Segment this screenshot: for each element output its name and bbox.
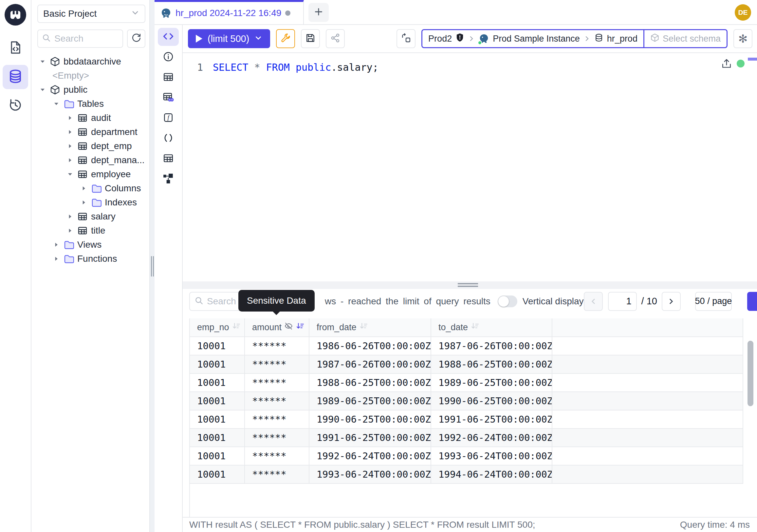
sidebar-search[interactable] [37,29,123,48]
functions-panel-button[interactable]: f [158,109,179,127]
sql-code-line[interactable]: SELECT * FROM public.salary; [213,62,378,73]
tree-item-indexes[interactable]: Indexes [37,195,145,209]
page-size-select[interactable]: 50 / page [695,292,732,311]
rail-history-button[interactable] [3,94,28,118]
table-row: 10001******1986-06-26T00:00:00Z1987-06-2… [190,337,743,356]
upload-sql-icon[interactable] [721,58,732,71]
svg-text:f: f [167,114,170,121]
sort-icon[interactable] [296,322,305,333]
panel-resize-handle[interactable] [458,283,478,288]
next-page-button[interactable] [662,292,681,311]
tree-item-empty[interactable]: <Empty> [37,69,145,82]
caret-right-icon[interactable] [66,142,74,150]
tab-hr-prod[interactable]: hr_prod 2024-11-22 16:49 [155,0,304,24]
tree-item-public[interactable]: public [37,82,145,97]
tree-item-bbdataarchive[interactable]: bbdataarchive [37,54,145,69]
folder-icon [63,98,74,110]
tree-item-functions[interactable]: Functions [37,252,145,266]
tree-item-tables[interactable]: Tables [37,97,145,111]
caret-right-icon[interactable] [66,213,74,220]
results-panel: Sensitive Data ws - reached the limit of… [183,289,757,517]
caret-right-icon[interactable] [80,185,88,192]
caret-right-icon[interactable] [66,114,74,121]
format-sql-button[interactable] [276,29,295,48]
tree-item-employee[interactable]: employee [37,167,145,181]
caret-down-icon[interactable] [66,171,74,178]
export-button[interactable] [747,292,757,311]
save-icon [305,33,316,45]
caret-right-icon[interactable] [52,255,60,263]
sql-editor[interactable]: 1 SELECT * FROM public.salary; [183,53,757,281]
tree-item-salary[interactable]: salary [37,209,145,223]
results-scrollbar[interactable] [747,341,753,406]
prev-page-button[interactable] [584,292,603,311]
rail-database-button[interactable] [3,65,28,89]
select-schema-button[interactable]: Select schema [643,30,727,47]
masked-data-panel-button[interactable] [158,89,179,107]
column-header-amount[interactable]: amount [245,318,309,337]
connection-breadcrumb[interactable]: Prod2 [421,29,728,48]
folder-icon [63,239,74,250]
sort-icon[interactable] [359,322,368,333]
new-tab-button[interactable] [308,3,329,22]
cell-emp_no: 10001 [190,374,245,392]
table-row: 10001******1993-06-24T00:00:00Z1994-06-2… [190,465,743,484]
sort-icon[interactable] [470,322,479,333]
rail-worksheet-button[interactable] [3,36,28,60]
sidebar-resize-handle[interactable] [151,256,154,276]
save-sheet-button[interactable] [301,29,320,48]
caret-down-icon[interactable] [39,86,46,93]
sql-editor-app: Basic Project bbdataarchive<Empty>publi [0,0,757,532]
tree-item-dept-mana[interactable]: dept_mana... [37,153,145,167]
results-splitter[interactable] [183,281,757,289]
caret-right-icon[interactable] [80,199,88,206]
cell-empty [552,356,743,374]
results-header-row: emp_noamountfrom_dateto_date [190,318,743,337]
editor-view-button[interactable] [158,28,179,46]
caret-right-icon[interactable] [52,241,60,248]
tree-item-label: public [64,84,87,95]
caret-down-icon[interactable] [39,58,46,65]
vertical-display-toggle[interactable] [498,296,517,307]
column-label: emp_no [197,322,229,332]
sort-icon[interactable] [232,322,241,333]
share-icon [330,33,341,45]
tree-item-audit[interactable]: audit [37,111,145,125]
tree-item-dept-emp[interactable]: dept_emp [37,139,145,153]
caret-right-icon[interactable] [66,157,74,164]
share-sheet-button[interactable] [326,29,345,48]
sql-token [290,62,296,73]
caret-right-icon[interactable] [66,227,74,234]
column-header-to_date[interactable]: to_date [431,318,552,337]
refresh-schema-button[interactable] [127,29,145,48]
views-panel-button[interactable] [158,150,179,168]
folder-icon [63,253,74,265]
tables-panel-button[interactable] [158,69,179,86]
schema-diagram-button[interactable] [158,170,179,188]
project-selector[interactable]: Basic Project [37,5,145,23]
connection-path[interactable]: Prod2 [422,30,643,47]
tree-item-columns[interactable]: Columns [37,181,145,195]
schema-diagram-icon [163,173,174,185]
column-header-from_date[interactable]: from_date [309,318,431,337]
run-options-chevron-icon[interactable] [255,33,262,44]
editor-scrollbar[interactable] [748,58,757,61]
editor-rail: f [155,25,183,532]
procedures-panel-button[interactable] [158,129,179,147]
page-number-input[interactable] [608,292,637,311]
run-query-button[interactable]: (limit 500) [188,29,270,48]
tree-item-title[interactable]: title [37,223,145,237]
switch-connection-button[interactable] [397,29,415,48]
tree-item-department[interactable]: department [37,125,145,139]
caret-down-icon[interactable] [52,100,60,108]
info-panel-button[interactable] [158,48,179,66]
column-header-emp_no[interactable]: emp_no [190,318,245,337]
ai-assistant-button[interactable]: ✻ [733,29,752,48]
tree-item-views[interactable]: Views [37,237,145,252]
tree-item-label: salary [91,211,116,222]
caret-right-icon[interactable] [66,128,74,136]
bytebase-logo[interactable] [5,4,26,25]
user-avatar[interactable]: DE [735,4,751,21]
cell-amount: ****** [245,447,309,465]
sidebar-search-input[interactable] [54,33,118,44]
